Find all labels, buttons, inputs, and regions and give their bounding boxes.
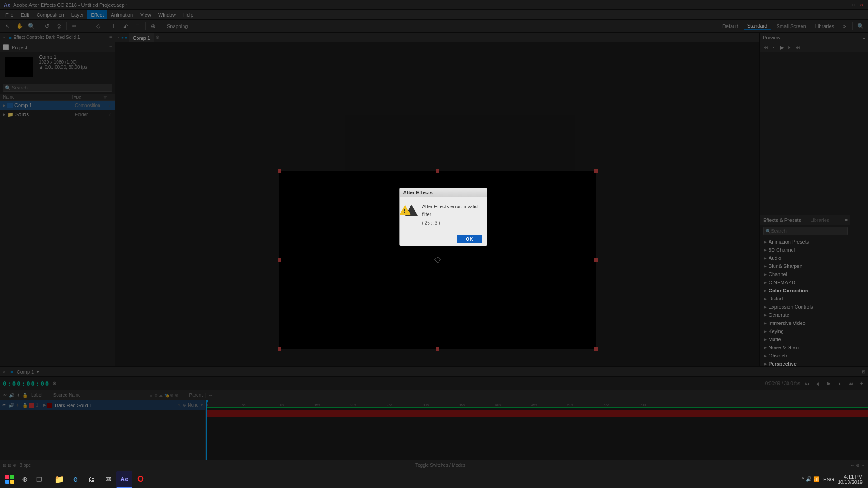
taskbar-search-btn[interactable]: ⊕ (18, 471, 31, 488)
warning-icon: ! (404, 203, 419, 217)
error-message-line1: After Effects error: invalid filter (422, 203, 482, 218)
windows-logo-icon (5, 475, 14, 484)
taskbar-search-icon: ⊕ (22, 475, 28, 483)
file-manager-icon: 🗂 (88, 475, 95, 483)
taskbar-mail-btn[interactable]: ✉ (100, 471, 116, 488)
error-dialog: After Effects ! After Effects error: inv… (399, 188, 487, 246)
dialog-body: ! After Effects error: invalid filter ( … (400, 197, 487, 232)
opera-icon: O (137, 474, 144, 484)
taskbar-sep-1 (49, 474, 49, 485)
dialog-title: After Effects (403, 190, 433, 195)
task-view-icon: ❐ (36, 476, 42, 483)
taskbar-right: ^ 🔊 📶 ENG 4:11 PM 10/13/2019 (802, 474, 866, 485)
clock-area[interactable]: 4:11 PM 10/13/2019 (838, 474, 863, 485)
warning-exclamation: ! (404, 208, 406, 214)
explorer-icon: 📁 (54, 474, 64, 484)
date-display: 10/13/2019 (838, 479, 863, 485)
start-button[interactable] (2, 471, 18, 488)
warning-triangle-container: ! (405, 205, 418, 216)
dialog-footer: OK (400, 232, 487, 246)
ok-button[interactable]: OK (457, 235, 482, 243)
taskbar-explorer-btn[interactable]: 📁 (51, 471, 67, 488)
lang-indicator: ENG (823, 477, 834, 482)
dialog-overlay: After Effects ! After Effects error: inv… (0, 0, 868, 488)
edge-icon: e (73, 474, 78, 484)
taskbar-opera-btn[interactable]: O (132, 471, 149, 488)
error-message-line2: ( 25 :: 3 ) (422, 220, 482, 226)
dialog-message: After Effects error: invalid filter ( 25… (422, 203, 482, 226)
taskbar-edge-btn[interactable]: e (67, 471, 84, 488)
taskbar-task-view-btn[interactable]: ❐ (31, 471, 47, 488)
dialog-titlebar: After Effects (400, 188, 487, 197)
taskbar: ⊕ ❐ 📁 e 🗂 ✉ Ae O ^ 🔊 📶 ENG 4:11 PM 10/13… (0, 470, 868, 488)
taskbar-file-manager-btn[interactable]: 🗂 (84, 471, 100, 488)
mail-icon: ✉ (105, 475, 111, 483)
time-display: 4:11 PM (844, 474, 863, 479)
system-icons: ^ 🔊 📶 (802, 476, 820, 482)
ae-icon: Ae (120, 475, 128, 483)
taskbar-ae-btn[interactable]: Ae (116, 471, 132, 488)
